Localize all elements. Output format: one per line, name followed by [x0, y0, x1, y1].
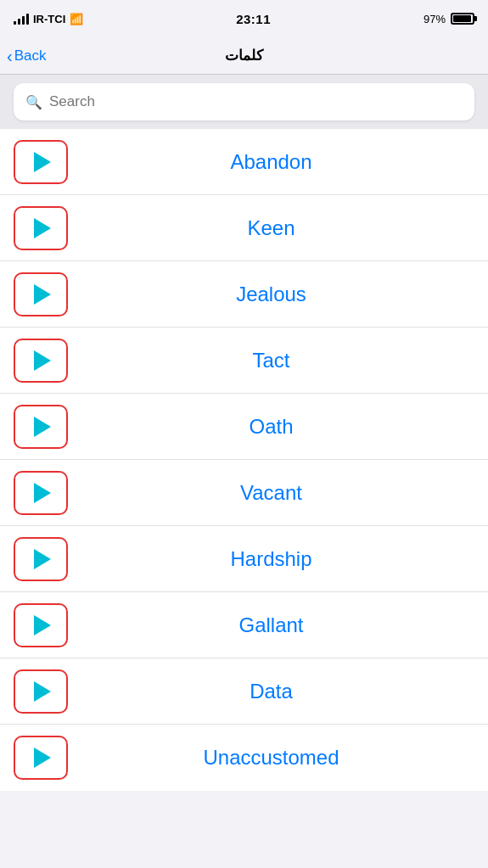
word-label: Abandon: [68, 150, 474, 174]
play-icon: [34, 681, 51, 702]
play-icon: [34, 152, 51, 172]
play-icon: [34, 483, 51, 503]
play-button[interactable]: [14, 669, 68, 714]
search-icon: 🔍: [25, 94, 42, 110]
back-label[interactable]: Back: [14, 48, 47, 64]
back-button[interactable]: ‹ Back: [7, 48, 46, 64]
nav-bar: ‹ Back کلمات: [0, 37, 488, 75]
list-item: Keen: [0, 195, 488, 261]
play-icon: [34, 284, 51, 305]
play-icon: [34, 615, 51, 636]
play-button[interactable]: [14, 736, 68, 780]
signal-bar-3: [22, 16, 25, 25]
list-item: Data: [0, 658, 488, 725]
word-label: Oath: [68, 415, 474, 439]
play-icon: [34, 350, 51, 371]
signal-bars: [14, 13, 29, 25]
list-item: Jealous: [0, 261, 488, 328]
play-button[interactable]: [14, 272, 68, 316]
list-item: Gallant: [0, 592, 488, 658]
search-input[interactable]: [49, 93, 463, 110]
battery-percent: 97%: [423, 13, 446, 25]
word-label: Unaccustomed: [68, 746, 474, 770]
back-chevron-icon: ‹: [7, 48, 13, 64]
list-item: Unaccustomed: [0, 725, 488, 791]
word-label: Data: [68, 680, 474, 703]
status-right: 97%: [423, 13, 474, 25]
play-icon: [34, 417, 51, 437]
carrier-label: IR-TCI: [33, 13, 65, 25]
word-list: AbandonKeenJealousTactOathVacantHardship…: [0, 129, 488, 791]
play-icon: [34, 218, 51, 238]
status-bar: IR-TCI 📶 23:11 97%: [0, 0, 488, 37]
list-item: Vacant: [0, 460, 488, 526]
play-button[interactable]: [14, 471, 68, 515]
play-button[interactable]: [14, 603, 68, 647]
signal-bar-1: [14, 21, 16, 25]
page-title: کلمات: [225, 47, 263, 64]
signal-bar-2: [18, 19, 20, 25]
play-icon: [34, 748, 51, 768]
list-item: Oath: [0, 394, 488, 460]
search-bar[interactable]: 🔍: [14, 83, 474, 120]
play-button[interactable]: [14, 537, 68, 581]
play-button[interactable]: [14, 405, 68, 449]
list-item: Hardship: [0, 526, 488, 592]
signal-bar-4: [26, 14, 29, 25]
word-label: Tact: [68, 349, 474, 372]
word-label: Keen: [68, 216, 474, 240]
wifi-icon: 📶: [70, 13, 83, 25]
search-container: 🔍: [0, 75, 488, 129]
play-button[interactable]: [14, 339, 68, 383]
word-label: Jealous: [68, 283, 474, 306]
play-icon: [34, 549, 51, 569]
battery-icon: [451, 13, 474, 25]
status-left: IR-TCI 📶: [14, 13, 83, 25]
word-label: Vacant: [68, 481, 474, 505]
play-button[interactable]: [14, 206, 68, 250]
status-time: 23:11: [236, 12, 271, 26]
list-item: Tact: [0, 328, 488, 394]
word-label: Gallant: [68, 613, 474, 637]
word-label: Hardship: [68, 547, 474, 571]
list-item: Abandon: [0, 129, 488, 195]
play-button[interactable]: [14, 140, 68, 184]
